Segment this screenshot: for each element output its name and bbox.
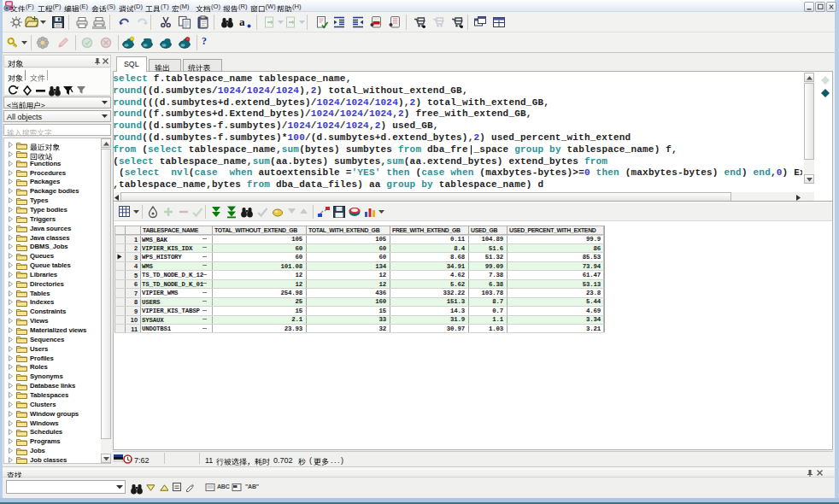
svg-text:a: a (239, 15, 245, 28)
